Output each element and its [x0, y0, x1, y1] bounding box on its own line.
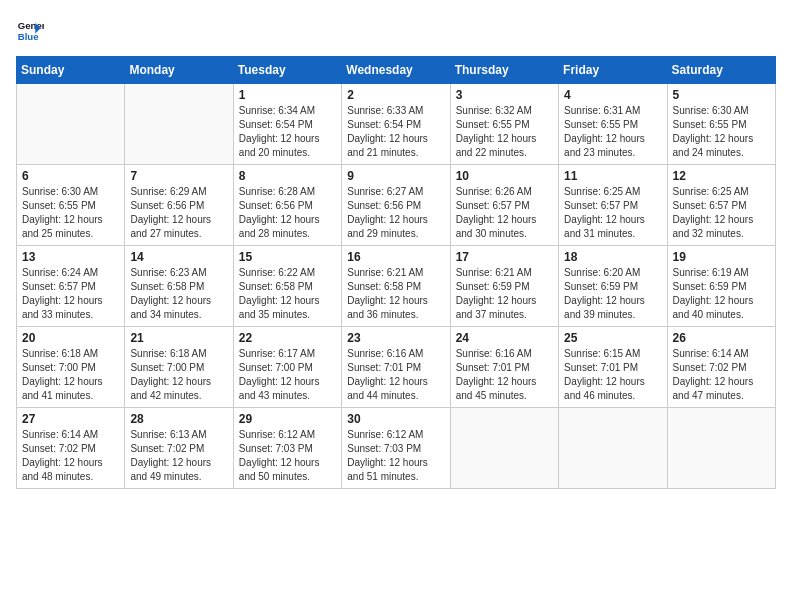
calendar-cell: 8Sunrise: 6:28 AM Sunset: 6:56 PM Daylig… — [233, 165, 341, 246]
svg-text:General: General — [18, 20, 44, 31]
day-number: 27 — [22, 412, 119, 426]
calendar-cell: 4Sunrise: 6:31 AM Sunset: 6:55 PM Daylig… — [559, 84, 667, 165]
day-info: Sunrise: 6:27 AM Sunset: 6:56 PM Dayligh… — [347, 185, 444, 241]
day-header-friday: Friday — [559, 57, 667, 84]
calendar-cell — [125, 84, 233, 165]
day-number: 23 — [347, 331, 444, 345]
calendar-cell: 1Sunrise: 6:34 AM Sunset: 6:54 PM Daylig… — [233, 84, 341, 165]
calendar-cell: 25Sunrise: 6:15 AM Sunset: 7:01 PM Dayli… — [559, 327, 667, 408]
day-number: 26 — [673, 331, 770, 345]
calendar-cell: 29Sunrise: 6:12 AM Sunset: 7:03 PM Dayli… — [233, 408, 341, 489]
logo-icon: General Blue — [16, 16, 44, 44]
calendar-cell: 7Sunrise: 6:29 AM Sunset: 6:56 PM Daylig… — [125, 165, 233, 246]
day-number: 3 — [456, 88, 553, 102]
day-number: 24 — [456, 331, 553, 345]
day-info: Sunrise: 6:28 AM Sunset: 6:56 PM Dayligh… — [239, 185, 336, 241]
calendar-cell: 20Sunrise: 6:18 AM Sunset: 7:00 PM Dayli… — [17, 327, 125, 408]
calendar-cell: 11Sunrise: 6:25 AM Sunset: 6:57 PM Dayli… — [559, 165, 667, 246]
day-number: 8 — [239, 169, 336, 183]
calendar-cell — [17, 84, 125, 165]
calendar-cell: 30Sunrise: 6:12 AM Sunset: 7:03 PM Dayli… — [342, 408, 450, 489]
day-info: Sunrise: 6:23 AM Sunset: 6:58 PM Dayligh… — [130, 266, 227, 322]
day-info: Sunrise: 6:18 AM Sunset: 7:00 PM Dayligh… — [22, 347, 119, 403]
calendar-cell: 13Sunrise: 6:24 AM Sunset: 6:57 PM Dayli… — [17, 246, 125, 327]
day-info: Sunrise: 6:19 AM Sunset: 6:59 PM Dayligh… — [673, 266, 770, 322]
calendar-cell: 21Sunrise: 6:18 AM Sunset: 7:00 PM Dayli… — [125, 327, 233, 408]
calendar-cell: 10Sunrise: 6:26 AM Sunset: 6:57 PM Dayli… — [450, 165, 558, 246]
day-info: Sunrise: 6:31 AM Sunset: 6:55 PM Dayligh… — [564, 104, 661, 160]
day-number: 14 — [130, 250, 227, 264]
calendar-cell: 28Sunrise: 6:13 AM Sunset: 7:02 PM Dayli… — [125, 408, 233, 489]
day-info: Sunrise: 6:25 AM Sunset: 6:57 PM Dayligh… — [564, 185, 661, 241]
calendar-week-1: 1Sunrise: 6:34 AM Sunset: 6:54 PM Daylig… — [17, 84, 776, 165]
calendar-cell: 3Sunrise: 6:32 AM Sunset: 6:55 PM Daylig… — [450, 84, 558, 165]
day-header-tuesday: Tuesday — [233, 57, 341, 84]
day-info: Sunrise: 6:15 AM Sunset: 7:01 PM Dayligh… — [564, 347, 661, 403]
calendar-cell: 15Sunrise: 6:22 AM Sunset: 6:58 PM Dayli… — [233, 246, 341, 327]
calendar-cell: 12Sunrise: 6:25 AM Sunset: 6:57 PM Dayli… — [667, 165, 775, 246]
day-number: 16 — [347, 250, 444, 264]
day-info: Sunrise: 6:22 AM Sunset: 6:58 PM Dayligh… — [239, 266, 336, 322]
day-info: Sunrise: 6:21 AM Sunset: 6:58 PM Dayligh… — [347, 266, 444, 322]
calendar-cell: 6Sunrise: 6:30 AM Sunset: 6:55 PM Daylig… — [17, 165, 125, 246]
calendar-cell: 23Sunrise: 6:16 AM Sunset: 7:01 PM Dayli… — [342, 327, 450, 408]
day-info: Sunrise: 6:24 AM Sunset: 6:57 PM Dayligh… — [22, 266, 119, 322]
day-info: Sunrise: 6:30 AM Sunset: 6:55 PM Dayligh… — [673, 104, 770, 160]
calendar-cell: 17Sunrise: 6:21 AM Sunset: 6:59 PM Dayli… — [450, 246, 558, 327]
day-number: 7 — [130, 169, 227, 183]
day-number: 25 — [564, 331, 661, 345]
calendar-week-4: 20Sunrise: 6:18 AM Sunset: 7:00 PM Dayli… — [17, 327, 776, 408]
day-number: 12 — [673, 169, 770, 183]
day-number: 6 — [22, 169, 119, 183]
day-header-thursday: Thursday — [450, 57, 558, 84]
day-number: 2 — [347, 88, 444, 102]
day-info: Sunrise: 6:25 AM Sunset: 6:57 PM Dayligh… — [673, 185, 770, 241]
day-info: Sunrise: 6:32 AM Sunset: 6:55 PM Dayligh… — [456, 104, 553, 160]
day-number: 18 — [564, 250, 661, 264]
calendar-cell: 14Sunrise: 6:23 AM Sunset: 6:58 PM Dayli… — [125, 246, 233, 327]
day-info: Sunrise: 6:13 AM Sunset: 7:02 PM Dayligh… — [130, 428, 227, 484]
day-header-saturday: Saturday — [667, 57, 775, 84]
calendar-cell: 16Sunrise: 6:21 AM Sunset: 6:58 PM Dayli… — [342, 246, 450, 327]
day-header-sunday: Sunday — [17, 57, 125, 84]
day-number: 13 — [22, 250, 119, 264]
day-info: Sunrise: 6:12 AM Sunset: 7:03 PM Dayligh… — [347, 428, 444, 484]
day-number: 22 — [239, 331, 336, 345]
day-number: 5 — [673, 88, 770, 102]
day-number: 1 — [239, 88, 336, 102]
day-number: 15 — [239, 250, 336, 264]
day-number: 20 — [22, 331, 119, 345]
calendar-cell: 24Sunrise: 6:16 AM Sunset: 7:01 PM Dayli… — [450, 327, 558, 408]
day-info: Sunrise: 6:33 AM Sunset: 6:54 PM Dayligh… — [347, 104, 444, 160]
logo: General Blue — [16, 16, 48, 44]
day-number: 4 — [564, 88, 661, 102]
page-header: General Blue — [16, 16, 776, 44]
calendar-header-row: SundayMondayTuesdayWednesdayThursdayFrid… — [17, 57, 776, 84]
day-header-monday: Monday — [125, 57, 233, 84]
day-info: Sunrise: 6:29 AM Sunset: 6:56 PM Dayligh… — [130, 185, 227, 241]
calendar-cell — [667, 408, 775, 489]
day-number: 11 — [564, 169, 661, 183]
day-info: Sunrise: 6:34 AM Sunset: 6:54 PM Dayligh… — [239, 104, 336, 160]
day-number: 19 — [673, 250, 770, 264]
day-number: 10 — [456, 169, 553, 183]
calendar-week-3: 13Sunrise: 6:24 AM Sunset: 6:57 PM Dayli… — [17, 246, 776, 327]
day-info: Sunrise: 6:30 AM Sunset: 6:55 PM Dayligh… — [22, 185, 119, 241]
day-info: Sunrise: 6:14 AM Sunset: 7:02 PM Dayligh… — [22, 428, 119, 484]
day-number: 9 — [347, 169, 444, 183]
day-number: 29 — [239, 412, 336, 426]
day-info: Sunrise: 6:16 AM Sunset: 7:01 PM Dayligh… — [456, 347, 553, 403]
day-info: Sunrise: 6:16 AM Sunset: 7:01 PM Dayligh… — [347, 347, 444, 403]
calendar-cell: 27Sunrise: 6:14 AM Sunset: 7:02 PM Dayli… — [17, 408, 125, 489]
calendar-week-5: 27Sunrise: 6:14 AM Sunset: 7:02 PM Dayli… — [17, 408, 776, 489]
calendar-cell: 22Sunrise: 6:17 AM Sunset: 7:00 PM Dayli… — [233, 327, 341, 408]
calendar-table: SundayMondayTuesdayWednesdayThursdayFrid… — [16, 56, 776, 489]
day-info: Sunrise: 6:12 AM Sunset: 7:03 PM Dayligh… — [239, 428, 336, 484]
day-info: Sunrise: 6:21 AM Sunset: 6:59 PM Dayligh… — [456, 266, 553, 322]
calendar-cell: 9Sunrise: 6:27 AM Sunset: 6:56 PM Daylig… — [342, 165, 450, 246]
day-info: Sunrise: 6:17 AM Sunset: 7:00 PM Dayligh… — [239, 347, 336, 403]
day-number: 21 — [130, 331, 227, 345]
calendar-cell: 5Sunrise: 6:30 AM Sunset: 6:55 PM Daylig… — [667, 84, 775, 165]
day-number: 28 — [130, 412, 227, 426]
day-header-wednesday: Wednesday — [342, 57, 450, 84]
